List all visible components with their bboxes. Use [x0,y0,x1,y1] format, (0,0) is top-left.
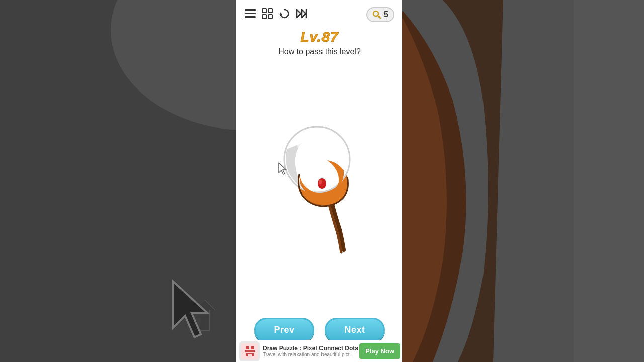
ad-banner: Draw Puzzle : Pixel Connect Dots Travel … [236,340,403,362]
toolbar-left-icons [245,8,308,21]
ad-subtitle: Travel with relaxation and beautiful pic… [263,352,359,357]
level-title: Lv.87 [300,29,338,45]
svg-rect-25 [245,350,255,352]
svg-rect-28 [250,354,252,356]
menu-icon[interactable] [245,9,256,20]
svg-marker-11 [297,10,301,18]
svg-rect-23 [246,346,249,349]
key-icon [372,10,381,19]
game-illustration [236,56,403,313]
svg-point-19 [318,178,326,189]
svg-point-0 [111,0,236,131]
svg-rect-5 [247,9,256,11]
left-overlay-panel: ⬆ ⬆ [0,0,236,362]
cursor-icon [278,162,289,178]
svg-rect-7 [268,9,272,13]
ad-text-block: Draw Puzzle : Pixel Connect Dots Travel … [263,345,359,357]
svg-rect-4 [245,16,256,18]
toolbar: 5 [236,0,403,27]
game-drawing [269,114,370,255]
svg-rect-27 [248,354,250,356]
ad-app-icon [239,341,260,361]
ad-title: Draw Puzzle : Pixel Connect Dots [263,345,359,352]
svg-line-16 [379,16,380,17]
svg-marker-10 [279,12,282,15]
key-count: 5 [384,10,388,19]
svg-rect-8 [262,15,266,19]
game-panel: 5 Lv.87 How to pass this level? [236,0,403,362]
right-decoration-svg [403,0,574,362]
svg-rect-9 [268,15,272,19]
svg-rect-3 [245,13,256,14]
big-cursor-svg [166,277,226,342]
svg-marker-1 [173,281,208,337]
grid-icon[interactable] [262,8,273,21]
fast-forward-icon[interactable] [296,9,308,21]
nav-buttons: Prev Next [254,318,385,342]
svg-rect-6 [262,9,266,13]
svg-marker-21 [279,163,286,174]
svg-marker-12 [302,10,306,18]
prev-button[interactable]: Prev [254,318,314,342]
next-button[interactable]: Next [325,318,385,342]
key-badge[interactable]: 5 [366,7,394,22]
svg-rect-24 [251,346,254,349]
right-overlay-panel [403,0,574,362]
svg-point-20 [319,180,322,184]
play-now-button[interactable]: Play Now [359,343,400,359]
level-subtitle: How to pass this level? [278,47,361,56]
refresh-icon[interactable] [279,8,290,21]
